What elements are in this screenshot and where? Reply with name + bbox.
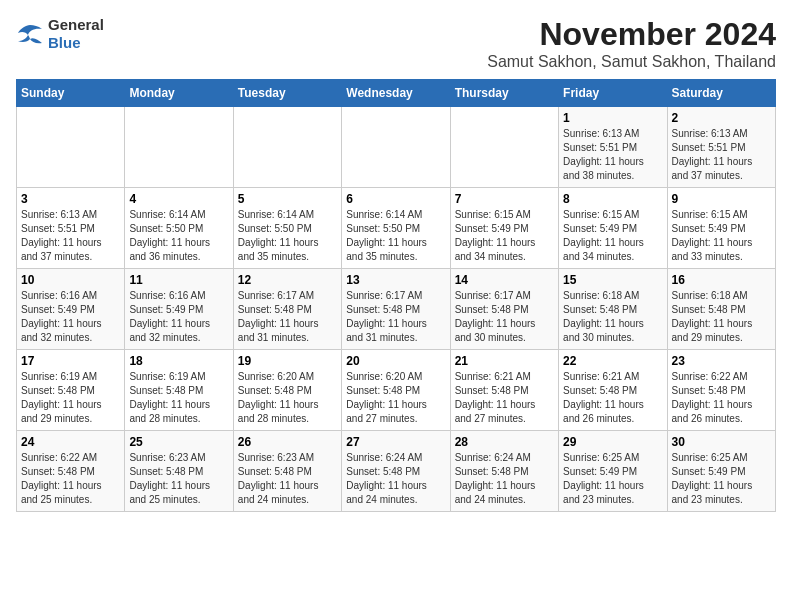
header-cell-wednesday: Wednesday [342,80,450,107]
day-cell: 12Sunrise: 6:17 AM Sunset: 5:48 PM Dayli… [233,269,341,350]
day-number: 23 [672,354,771,368]
day-cell: 19Sunrise: 6:20 AM Sunset: 5:48 PM Dayli… [233,350,341,431]
logo-text: General Blue [48,16,104,52]
day-cell: 1Sunrise: 6:13 AM Sunset: 5:51 PM Daylig… [559,107,667,188]
day-number: 9 [672,192,771,206]
day-number: 13 [346,273,445,287]
main-title: November 2024 [487,16,776,53]
day-cell [17,107,125,188]
day-cell: 5Sunrise: 6:14 AM Sunset: 5:50 PM Daylig… [233,188,341,269]
day-cell: 4Sunrise: 6:14 AM Sunset: 5:50 PM Daylig… [125,188,233,269]
day-info: Sunrise: 6:16 AM Sunset: 5:49 PM Dayligh… [21,289,120,345]
day-info: Sunrise: 6:24 AM Sunset: 5:48 PM Dayligh… [455,451,554,507]
day-info: Sunrise: 6:16 AM Sunset: 5:49 PM Dayligh… [129,289,228,345]
day-info: Sunrise: 6:17 AM Sunset: 5:48 PM Dayligh… [455,289,554,345]
week-row-0: 1Sunrise: 6:13 AM Sunset: 5:51 PM Daylig… [17,107,776,188]
day-cell: 10Sunrise: 6:16 AM Sunset: 5:49 PM Dayli… [17,269,125,350]
day-cell: 15Sunrise: 6:18 AM Sunset: 5:48 PM Dayli… [559,269,667,350]
day-info: Sunrise: 6:22 AM Sunset: 5:48 PM Dayligh… [21,451,120,507]
day-cell: 3Sunrise: 6:13 AM Sunset: 5:51 PM Daylig… [17,188,125,269]
header-cell-sunday: Sunday [17,80,125,107]
day-cell: 7Sunrise: 6:15 AM Sunset: 5:49 PM Daylig… [450,188,558,269]
day-cell [233,107,341,188]
day-cell: 29Sunrise: 6:25 AM Sunset: 5:49 PM Dayli… [559,431,667,512]
day-info: Sunrise: 6:25 AM Sunset: 5:49 PM Dayligh… [672,451,771,507]
day-cell: 9Sunrise: 6:15 AM Sunset: 5:49 PM Daylig… [667,188,775,269]
day-info: Sunrise: 6:21 AM Sunset: 5:48 PM Dayligh… [455,370,554,426]
day-info: Sunrise: 6:23 AM Sunset: 5:48 PM Dayligh… [129,451,228,507]
day-number: 12 [238,273,337,287]
day-cell: 11Sunrise: 6:16 AM Sunset: 5:49 PM Dayli… [125,269,233,350]
day-info: Sunrise: 6:21 AM Sunset: 5:48 PM Dayligh… [563,370,662,426]
day-cell: 27Sunrise: 6:24 AM Sunset: 5:48 PM Dayli… [342,431,450,512]
day-number: 22 [563,354,662,368]
day-cell: 18Sunrise: 6:19 AM Sunset: 5:48 PM Dayli… [125,350,233,431]
day-info: Sunrise: 6:22 AM Sunset: 5:48 PM Dayligh… [672,370,771,426]
day-cell: 26Sunrise: 6:23 AM Sunset: 5:48 PM Dayli… [233,431,341,512]
day-info: Sunrise: 6:15 AM Sunset: 5:49 PM Dayligh… [563,208,662,264]
day-number: 28 [455,435,554,449]
day-cell: 30Sunrise: 6:25 AM Sunset: 5:49 PM Dayli… [667,431,775,512]
day-info: Sunrise: 6:17 AM Sunset: 5:48 PM Dayligh… [346,289,445,345]
day-number: 25 [129,435,228,449]
day-info: Sunrise: 6:15 AM Sunset: 5:49 PM Dayligh… [455,208,554,264]
day-number: 14 [455,273,554,287]
day-info: Sunrise: 6:19 AM Sunset: 5:48 PM Dayligh… [129,370,228,426]
header: General Blue November 2024 Samut Sakhon,… [16,16,776,71]
day-cell: 13Sunrise: 6:17 AM Sunset: 5:48 PM Dayli… [342,269,450,350]
day-number: 11 [129,273,228,287]
week-row-1: 3Sunrise: 6:13 AM Sunset: 5:51 PM Daylig… [17,188,776,269]
day-info: Sunrise: 6:14 AM Sunset: 5:50 PM Dayligh… [346,208,445,264]
day-info: Sunrise: 6:13 AM Sunset: 5:51 PM Dayligh… [672,127,771,183]
day-info: Sunrise: 6:20 AM Sunset: 5:48 PM Dayligh… [238,370,337,426]
day-number: 20 [346,354,445,368]
day-number: 7 [455,192,554,206]
calendar-body: 1Sunrise: 6:13 AM Sunset: 5:51 PM Daylig… [17,107,776,512]
day-info: Sunrise: 6:18 AM Sunset: 5:48 PM Dayligh… [563,289,662,345]
week-row-3: 17Sunrise: 6:19 AM Sunset: 5:48 PM Dayli… [17,350,776,431]
day-cell: 23Sunrise: 6:22 AM Sunset: 5:48 PM Dayli… [667,350,775,431]
header-cell-friday: Friday [559,80,667,107]
day-number: 1 [563,111,662,125]
header-cell-thursday: Thursday [450,80,558,107]
title-area: November 2024 Samut Sakhon, Samut Sakhon… [487,16,776,71]
header-row: SundayMondayTuesdayWednesdayThursdayFrid… [17,80,776,107]
day-number: 6 [346,192,445,206]
day-number: 19 [238,354,337,368]
day-number: 5 [238,192,337,206]
day-info: Sunrise: 6:20 AM Sunset: 5:48 PM Dayligh… [346,370,445,426]
day-cell: 22Sunrise: 6:21 AM Sunset: 5:48 PM Dayli… [559,350,667,431]
day-info: Sunrise: 6:18 AM Sunset: 5:48 PM Dayligh… [672,289,771,345]
header-cell-saturday: Saturday [667,80,775,107]
day-number: 17 [21,354,120,368]
day-cell: 20Sunrise: 6:20 AM Sunset: 5:48 PM Dayli… [342,350,450,431]
day-cell: 24Sunrise: 6:22 AM Sunset: 5:48 PM Dayli… [17,431,125,512]
day-cell: 6Sunrise: 6:14 AM Sunset: 5:50 PM Daylig… [342,188,450,269]
day-info: Sunrise: 6:13 AM Sunset: 5:51 PM Dayligh… [563,127,662,183]
day-info: Sunrise: 6:24 AM Sunset: 5:48 PM Dayligh… [346,451,445,507]
day-info: Sunrise: 6:14 AM Sunset: 5:50 PM Dayligh… [129,208,228,264]
day-cell: 25Sunrise: 6:23 AM Sunset: 5:48 PM Dayli… [125,431,233,512]
day-info: Sunrise: 6:13 AM Sunset: 5:51 PM Dayligh… [21,208,120,264]
day-number: 15 [563,273,662,287]
header-cell-tuesday: Tuesday [233,80,341,107]
calendar-table: SundayMondayTuesdayWednesdayThursdayFrid… [16,79,776,512]
day-cell: 16Sunrise: 6:18 AM Sunset: 5:48 PM Dayli… [667,269,775,350]
day-info: Sunrise: 6:23 AM Sunset: 5:48 PM Dayligh… [238,451,337,507]
day-number: 8 [563,192,662,206]
day-info: Sunrise: 6:17 AM Sunset: 5:48 PM Dayligh… [238,289,337,345]
day-info: Sunrise: 6:25 AM Sunset: 5:49 PM Dayligh… [563,451,662,507]
day-info: Sunrise: 6:15 AM Sunset: 5:49 PM Dayligh… [672,208,771,264]
logo-icon [16,23,44,45]
day-number: 30 [672,435,771,449]
day-number: 4 [129,192,228,206]
day-number: 10 [21,273,120,287]
day-number: 21 [455,354,554,368]
logo: General Blue [16,16,104,52]
day-info: Sunrise: 6:19 AM Sunset: 5:48 PM Dayligh… [21,370,120,426]
day-info: Sunrise: 6:14 AM Sunset: 5:50 PM Dayligh… [238,208,337,264]
sub-title: Samut Sakhon, Samut Sakhon, Thailand [487,53,776,71]
day-cell [450,107,558,188]
day-cell [125,107,233,188]
day-number: 29 [563,435,662,449]
